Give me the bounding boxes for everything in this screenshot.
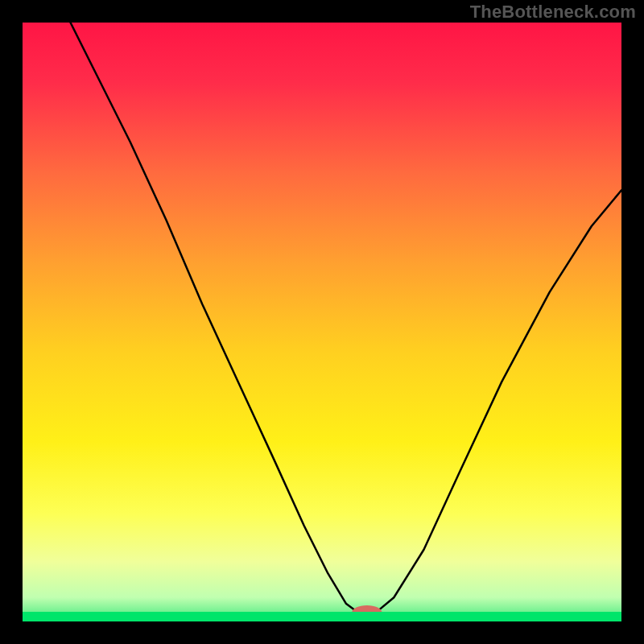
green-baseline-bar (23, 612, 621, 621)
attribution-label: TheBottleneck.com (470, 2, 636, 23)
chart-background (23, 23, 621, 621)
plot-area (23, 23, 621, 621)
chart-container: TheBottleneck.com (0, 0, 644, 644)
chart-svg (23, 23, 621, 621)
